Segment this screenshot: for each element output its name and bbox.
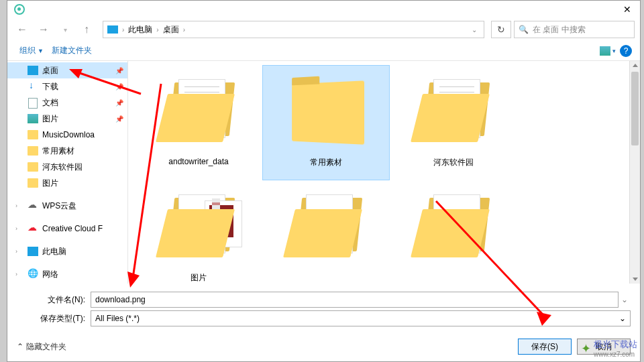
pin-icon: 📌	[115, 67, 123, 74]
sidebar-item-folder[interactable]: 河东软件园	[7, 159, 127, 175]
filetype-value: All Files (*.*)	[95, 314, 140, 323]
search-box[interactable]: 🔍 在 桌面 中搜索	[514, 21, 635, 38]
sidebar-label: 河东软件园	[42, 162, 83, 173]
sidebar-item-pc[interactable]: ›此电脑	[7, 243, 127, 259]
folder-icon	[158, 194, 239, 261]
navigation-sidebar: 桌面📌 下载📌 文档📌 图片📌 MusicDownloa 常用素材 河东软件园 …	[7, 61, 128, 284]
view-icon	[600, 46, 610, 56]
sidebar-label: 此电脑	[42, 246, 66, 257]
navigation-bar: ← → ▾ ↑ › 此电脑 › 桌面 › ⌄ ↻ 🔍 在 桌面 中搜索	[7, 18, 640, 41]
watermark-icon: ✦	[581, 341, 591, 356]
folder-item[interactable]	[262, 180, 390, 284]
file-label: 常用素材	[310, 157, 342, 168]
filetype-label: 保存类型(T):	[17, 313, 91, 324]
sidebar-label: Creative Cloud F	[42, 224, 103, 233]
cloud-icon	[28, 224, 38, 233]
save-form: 文件名(N): ⌄ 保存类型(T): All Files (*.*) ⌄ ⌃ 隐…	[7, 284, 640, 361]
address-dropdown[interactable]: ⌄	[469, 26, 480, 34]
pin-icon: 📌	[115, 83, 123, 90]
file-label: 河东软件园	[433, 157, 474, 168]
crumb-separator: ›	[156, 26, 158, 34]
sidebar-item-folder[interactable]: MusicDownloa	[7, 127, 127, 143]
chevron-icon: ›	[15, 271, 17, 278]
sidebar-item-wps[interactable]: ›WPS云盘	[7, 198, 127, 214]
sidebar-item-cc[interactable]: ›Creative Cloud F	[7, 221, 127, 237]
address-bar[interactable]: › 此电脑 › 桌面 › ⌄	[103, 21, 484, 38]
sidebar-item-folder[interactable]: 常用素材	[7, 143, 127, 159]
file-label: andtowriter_data	[168, 157, 228, 166]
folder-icon	[158, 79, 239, 146]
sidebar-label: 桌面	[42, 65, 58, 76]
hide-folders-button[interactable]: ⌃ 隐藏文件夹	[17, 341, 66, 353]
sidebar-item-folder[interactable]: 图片	[7, 175, 127, 191]
pin-icon: 📌	[115, 115, 123, 123]
cloud-icon	[28, 201, 38, 210]
breadcrumb-item[interactable]: 桌面	[163, 24, 179, 36]
folder-item[interactable]: 河东软件园	[390, 65, 517, 180]
sidebar-label: 网络	[42, 269, 58, 280]
history-dropdown[interactable]: ▾	[56, 21, 74, 38]
refresh-button[interactable]: ↻	[491, 21, 511, 38]
vertical-scrollbar[interactable]	[629, 61, 640, 284]
folder-item[interactable]: 图片	[135, 180, 262, 284]
chevron-icon: ›	[15, 248, 17, 255]
filename-dropdown[interactable]: ⌄	[619, 295, 631, 304]
breadcrumb-root[interactable]: 此电脑	[128, 24, 152, 36]
document-icon	[28, 98, 38, 107]
crumb-separator: ›	[183, 26, 185, 34]
sidebar-label: 常用素材	[42, 145, 74, 157]
help-button[interactable]: ?	[620, 45, 632, 57]
filetype-select[interactable]: All Files (*.*) ⌄	[91, 310, 631, 326]
location-icon	[107, 25, 118, 34]
file-grid[interactable]: andtowriter_data 常用素材 河东软件园 图片	[128, 61, 629, 284]
folder-icon	[413, 194, 494, 261]
dialog-body: 桌面📌 下载📌 文档📌 图片📌 MusicDownloa 常用素材 河东软件园 …	[7, 61, 640, 284]
watermark: ✦ 极光下载站 www.xz7.com	[581, 339, 637, 358]
folder-icon	[28, 130, 38, 139]
folder-item[interactable]: andtowriter_data	[135, 65, 262, 180]
chevron-icon: ›	[15, 202, 17, 209]
folder-icon	[28, 162, 38, 172]
save-button[interactable]: 保存(S)	[518, 339, 572, 355]
folder-item-selected[interactable]: 常用素材	[262, 65, 390, 180]
view-menu[interactable]: ▾	[596, 45, 620, 57]
desktop-icon	[28, 66, 38, 75]
organize-label: 组织	[19, 45, 36, 56]
pin-icon: 📌	[115, 99, 123, 107]
up-button[interactable]: ↑	[77, 21, 96, 38]
crumb-separator: ›	[122, 26, 124, 34]
search-icon: 🔍	[519, 25, 529, 34]
pc-icon	[28, 247, 38, 256]
sidebar-item-network[interactable]: ›网络	[7, 266, 127, 282]
sidebar-item-documents[interactable]: 文档📌	[7, 95, 127, 111]
folder-item[interactable]	[390, 180, 517, 284]
folder-icon	[286, 194, 366, 261]
sidebar-item-desktop[interactable]: 桌面📌	[7, 62, 127, 78]
scrollbar-thumb[interactable]	[631, 72, 639, 145]
download-icon	[28, 82, 38, 91]
folder-icon	[28, 178, 38, 188]
chevron-up-icon: ⌃	[17, 342, 23, 351]
titlebar: ✕	[7, 1, 640, 18]
organize-menu[interactable]: 组织 ▼	[15, 44, 48, 58]
new-folder-button[interactable]: 新建文件夹	[48, 44, 96, 58]
folder-icon	[292, 80, 364, 144]
hide-folders-label: 隐藏文件夹	[26, 341, 66, 353]
sidebar-item-downloads[interactable]: 下载📌	[7, 78, 127, 95]
back-button[interactable]: ←	[13, 21, 32, 38]
filename-label: 文件名(N):	[17, 294, 91, 306]
sidebar-label: 下载	[42, 81, 58, 93]
app-icon	[14, 4, 25, 15]
chevron-icon: ›	[15, 225, 17, 232]
chevron-down-icon: ▾	[612, 48, 616, 54]
chevron-down-icon: ▼	[38, 48, 44, 54]
close-button[interactable]: ✕	[617, 1, 637, 17]
sidebar-label: 文档	[42, 97, 58, 109]
sidebar-label: WPS云盘	[42, 200, 76, 212]
folder-icon	[28, 146, 38, 156]
sidebar-label: MusicDownloa	[42, 130, 95, 139]
toolbar: 组织 ▼ 新建文件夹 ▾ ?	[7, 41, 640, 61]
network-icon	[28, 269, 38, 279]
filename-input[interactable]	[91, 292, 619, 308]
sidebar-item-pictures[interactable]: 图片📌	[7, 111, 127, 127]
